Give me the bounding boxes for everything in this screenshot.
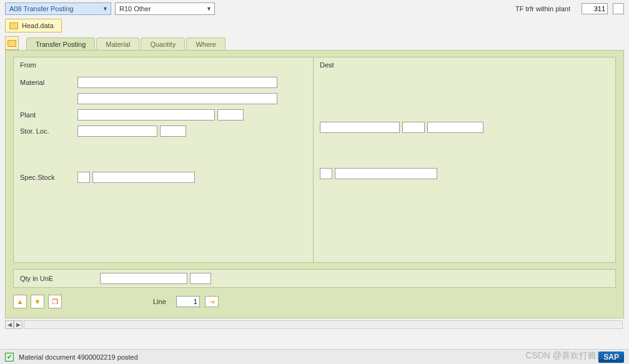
from-specstock-ind-input[interactable] <box>77 172 90 183</box>
movement-type-input[interactable] <box>582 3 608 14</box>
nav-next-button[interactable]: ▼ <box>31 295 44 308</box>
dest-storloc-extra-input[interactable] <box>427 122 483 133</box>
from-storloc-input[interactable] <box>77 125 157 137</box>
from-specstock-input[interactable] <box>92 172 195 183</box>
dest-specstock-input[interactable] <box>335 168 437 179</box>
specstock-label: Spec.Stock <box>20 174 77 181</box>
chevron-down-icon: ▼ <box>102 6 108 12</box>
arrow-up-icon: ▲ <box>17 298 24 305</box>
from-section: From Material Plant Stor. Loc. Spec.Stoc… <box>14 57 314 262</box>
from-storloc-code-input[interactable] <box>160 125 186 137</box>
arrow-down-icon: ▼ <box>34 298 41 305</box>
copy-icon: ❐ <box>52 298 58 306</box>
line-go-button[interactable]: ⇥ <box>205 296 219 307</box>
action-dropdown[interactable]: A08 Transfer Posting ▼ <box>5 2 111 15</box>
tab-material[interactable]: Material <box>96 37 139 51</box>
qty-input[interactable] <box>100 273 187 284</box>
from-material-desc-input[interactable] <box>77 93 277 104</box>
chevron-down-icon: ▼ <box>206 6 212 12</box>
scroll-right-icon[interactable]: ▶ <box>14 320 22 329</box>
dest-header: Dest <box>320 61 609 69</box>
head-data-label: Head.data <box>22 22 54 29</box>
horizontal-scrollbar[interactable]: ◀ ▶ <box>5 320 624 330</box>
tab-transfer-posting[interactable]: Transfer Posting <box>26 37 95 51</box>
dest-storloc-code-input[interactable] <box>402 122 425 133</box>
dest-storloc-input[interactable] <box>320 122 400 133</box>
reference-dropdown[interactable]: R10 Other ▼ <box>115 2 215 15</box>
scroll-left-icon[interactable]: ◀ <box>5 320 14 329</box>
action-dropdown-value: A08 Transfer Posting <box>9 5 74 12</box>
movement-type-help[interactable] <box>613 3 624 14</box>
success-icon: ✔ <box>5 353 14 362</box>
qty-label: Qty in UnE <box>20 275 100 282</box>
plant-label: Plant <box>20 111 77 119</box>
status-message: Material document 4900002219 posted <box>19 353 138 361</box>
reference-dropdown-value: R10 Other <box>119 5 151 12</box>
tab-where[interactable]: Where <box>186 37 225 51</box>
tf-label: TF trfr within plant <box>515 5 570 12</box>
main-panel: From Material Plant Stor. Loc. Spec.Stoc… <box>5 50 624 318</box>
tab-quantity[interactable]: Quantity <box>141 37 185 51</box>
from-plant-code-input[interactable] <box>217 109 244 121</box>
copy-button[interactable]: ❐ <box>48 295 62 308</box>
scroll-track[interactable] <box>24 320 623 329</box>
line-label: Line <box>153 298 166 305</box>
expand-tabs-button[interactable] <box>5 36 19 50</box>
goto-icon: ⇥ <box>209 298 214 305</box>
material-label: Material <box>20 79 77 86</box>
line-input[interactable] <box>176 296 200 307</box>
head-data-tab[interactable]: Head.data <box>5 19 62 32</box>
qty-unit-input[interactable] <box>190 273 211 284</box>
dest-section: Dest <box>314 57 615 262</box>
from-material-input[interactable] <box>77 77 277 88</box>
storloc-label: Stor. Loc. <box>20 127 77 135</box>
from-header: From <box>20 61 307 69</box>
status-bar: ✔ Material document 4900002219 posted SA… <box>0 349 629 364</box>
dest-specstock-ind-input[interactable] <box>320 168 332 179</box>
sap-logo: SAP <box>598 352 624 363</box>
folder-icon <box>9 22 18 29</box>
from-plant-input[interactable] <box>77 109 215 121</box>
folder-icon <box>7 40 16 47</box>
nav-prev-button[interactable]: ▲ <box>13 295 27 308</box>
